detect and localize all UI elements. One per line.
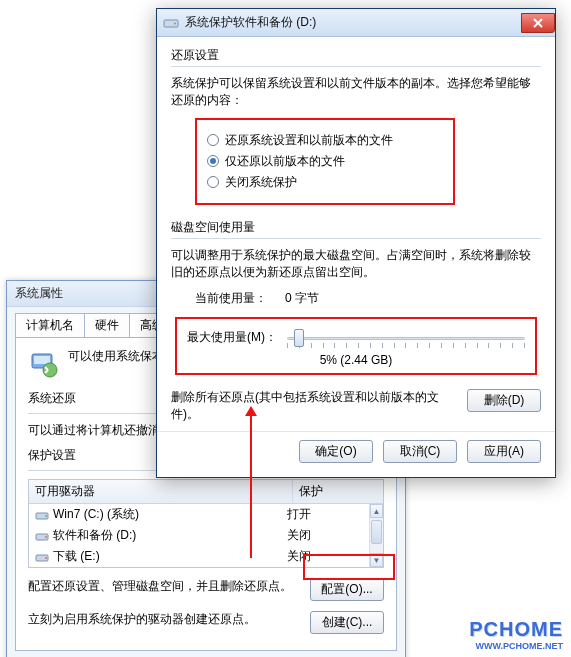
system-protection-config-dialog: 系统保护软件和备份 (D:) 还原设置 系统保护可以保留系统设置和以前文件版本的… [156,8,556,478]
table-row[interactable]: 下载 (E:) 关闭 [29,546,383,567]
drive-name: 下载 (E:) [53,548,100,565]
svg-point-6 [45,536,47,538]
drive-state: 打开 [287,506,377,523]
delete-button[interactable]: 删除(D) [467,389,541,412]
current-usage-value: 0 字节 [285,290,319,307]
max-usage-slider[interactable] [287,327,525,349]
table-row[interactable]: 软件和备份 (D:) 关闭 [29,525,383,546]
drive-state: 关闭 [287,548,377,565]
radio-icon [207,176,219,188]
radio-option-restore-files[interactable]: 仅还原以前版本的文件 [207,153,443,170]
dialog-footer: 确定(O) 取消(C) 应用(A) [157,431,555,477]
svg-point-10 [174,22,176,24]
titlebar[interactable]: 系统保护软件和备份 (D:) [157,9,555,37]
current-usage-label: 当前使用量： [195,290,285,307]
drives-table: 可用驱动器 保护 Win7 (C:) (系统) 打开 软件和备份 (D:) 关闭… [28,479,384,568]
drive-name: Win7 (C:) (系统) [53,506,139,523]
create-desc: 立刻为启用系统保护的驱动器创建还原点。 [28,611,298,628]
restore-desc: 系统保护可以保留系统设置和以前文件版本的副本。选择您希望能够还原的内容： [171,75,541,110]
configure-button[interactable]: 配置(O)... [310,578,384,601]
scroll-up-icon[interactable]: ▲ [370,504,383,518]
radio-label: 仅还原以前版本的文件 [225,153,345,170]
radio-group: 还原系统设置和以前版本的文件 仅还原以前版本的文件 关闭系统保护 [195,118,455,205]
drive-name: 软件和备份 (D:) [53,527,136,544]
svg-point-2 [43,363,57,377]
disk-desc: 可以调整用于系统保护的最大磁盘空间。占满空间时，系统将删除较旧的还原点以便为新还… [171,247,541,282]
table-row[interactable]: Win7 (C:) (系统) 打开 [29,504,383,525]
scrollbar[interactable]: ▲ ▼ [369,504,383,567]
watermark: PCHOME WWW.PCHOME.NET [469,618,563,651]
radio-icon [207,155,219,167]
max-usage-value: 5% (2.44 GB) [187,353,525,367]
close-button[interactable] [521,13,555,33]
radio-label: 关闭系统保护 [225,174,297,191]
slider-thumb[interactable] [294,329,304,347]
svg-point-8 [45,557,47,559]
drives-header: 可用驱动器 保护 [29,480,383,504]
max-usage-box: 最大使用量(M)： 5% (2.44 GB) [175,317,537,375]
config-desc: 配置还原设置、管理磁盘空间，并且删除还原点。 [28,578,298,595]
col-protect[interactable]: 保护 [293,480,383,503]
ok-button[interactable]: 确定(O) [299,440,373,463]
scroll-down-icon[interactable]: ▼ [370,553,383,567]
drive-icon [35,550,49,564]
drive-icon [35,508,49,522]
delete-desc: 删除所有还原点(其中包括系统设置和以前版本的文件)。 [171,389,455,423]
tab-computer-name[interactable]: 计算机名 [15,313,85,337]
create-button[interactable]: 创建(C)... [310,611,384,634]
section-disk-usage: 磁盘空间使用量 [171,219,541,236]
max-usage-label: 最大使用量(M)： [187,329,277,346]
radio-option-disable[interactable]: 关闭系统保护 [207,174,443,191]
col-drive[interactable]: 可用驱动器 [29,480,293,503]
radio-icon [207,134,219,146]
drive-icon [35,529,49,543]
svg-rect-1 [34,356,50,364]
apply-button[interactable]: 应用(A) [467,440,541,463]
system-protection-icon [28,348,60,380]
radio-label: 还原系统设置和以前版本的文件 [225,132,393,149]
drive-state: 关闭 [287,527,377,544]
scroll-thumb[interactable] [371,520,382,544]
radio-option-restore-all[interactable]: 还原系统设置和以前版本的文件 [207,132,443,149]
tab-hardware[interactable]: 硬件 [84,313,130,337]
svg-point-4 [45,515,47,517]
cancel-button[interactable]: 取消(C) [383,440,457,463]
section-restore-settings: 还原设置 [171,47,541,64]
drive-icon [163,15,179,31]
window-title: 系统保护软件和备份 (D:) [185,14,316,31]
